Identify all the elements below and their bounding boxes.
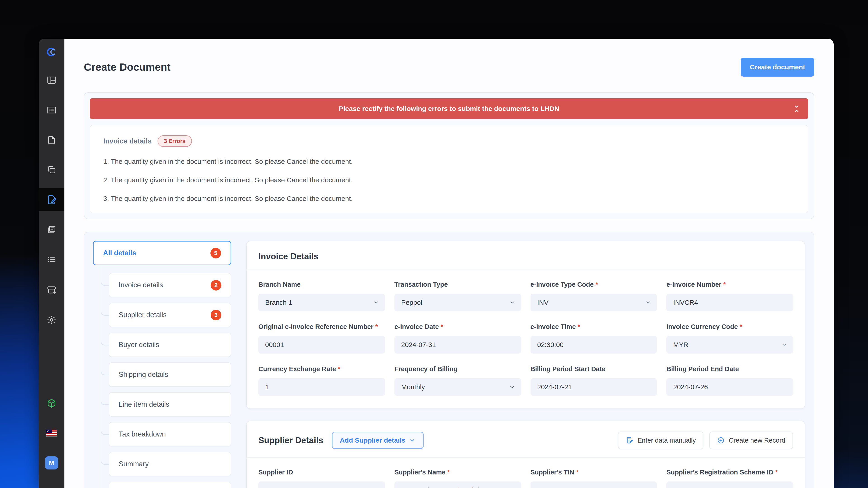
nav-item-supplier-details[interactable]: Supplier details3 bbox=[109, 303, 231, 327]
user-avatar[interactable]: M bbox=[39, 451, 64, 475]
error-item: 3. The quantity given in the document is… bbox=[103, 195, 795, 202]
field-currency-exchange-rate: Currency Exchange Rate* bbox=[258, 365, 385, 396]
brand-logo-icon[interactable] bbox=[39, 40, 64, 64]
field-einvoice-number: e-Invoice Number* bbox=[666, 281, 793, 311]
errors-card-header: Invoice details 3 Errors bbox=[103, 135, 795, 147]
nav-item-all-details[interactable]: All details 5 bbox=[93, 241, 231, 265]
malaysia-flag-icon[interactable] bbox=[39, 422, 64, 445]
errors-card: Invoice details 3 Errors 1. The quantity… bbox=[90, 125, 808, 213]
section-nav: All details 5 Invoice details2 Supplier … bbox=[93, 241, 231, 488]
create-document-icon[interactable] bbox=[39, 188, 64, 211]
supplier-details-header: Supplier Details Add Supplier details En… bbox=[258, 431, 793, 449]
chevron-down-icon bbox=[409, 437, 416, 444]
avatar-initial: M bbox=[45, 456, 58, 469]
chevron-down-icon bbox=[781, 341, 787, 348]
billing-period-start-date-input[interactable] bbox=[530, 378, 657, 396]
field-original-einvoice-reference: Original e-Invoice Reference Number* bbox=[258, 323, 385, 354]
document-list-icon[interactable] bbox=[39, 98, 64, 122]
create-new-record-button[interactable]: Create new Record bbox=[709, 431, 793, 449]
field-invoice-currency-code: Invoice Currency Code* MYR bbox=[666, 323, 793, 354]
frequency-of-billing-select[interactable]: Monthly bbox=[395, 378, 521, 396]
supplier-details-heading: Supplier Details bbox=[258, 435, 323, 445]
invoice-currency-code-select[interactable]: MYR bbox=[666, 336, 793, 354]
section-nav-children: Invoice details2 Supplier details3 Buyer… bbox=[101, 273, 231, 488]
einvoice-time-input[interactable] bbox=[530, 336, 657, 354]
nav-item-shipping-details[interactable]: Shipping details bbox=[109, 362, 231, 387]
form-sections-panel: All details 5 Invoice details2 Supplier … bbox=[84, 232, 814, 488]
field-frequency-of-billing: Frequency of Billing Monthly bbox=[395, 365, 521, 396]
branch-name-select[interactable]: Branch 1 bbox=[258, 294, 385, 311]
divider bbox=[247, 457, 805, 458]
original-einvoice-reference-input[interactable] bbox=[258, 336, 385, 354]
chevron-down-icon bbox=[645, 299, 651, 306]
billing-period-end-date-input[interactable] bbox=[666, 378, 793, 396]
error-count-badge: 3 bbox=[211, 310, 221, 320]
error-banner-message: Please rectify the following errors to s… bbox=[339, 105, 559, 112]
archive-add-icon[interactable] bbox=[39, 278, 64, 301]
chevron-down-icon bbox=[509, 384, 516, 390]
chevron-down-icon bbox=[373, 299, 379, 306]
field-supplier-id: Supplier ID bbox=[258, 468, 385, 488]
supplier-id-input[interactable] bbox=[258, 482, 385, 488]
add-supplier-details-button[interactable]: Add Supplier details bbox=[332, 432, 424, 449]
errors-group-title: Invoice details bbox=[103, 137, 152, 145]
error-banner: Please rectify the following errors to s… bbox=[90, 98, 808, 119]
cube-icon[interactable] bbox=[39, 392, 64, 415]
nav-item-payment-details[interactable]: Payment details bbox=[109, 482, 231, 488]
settings-gear-icon[interactable] bbox=[39, 308, 64, 331]
pages-icon[interactable] bbox=[39, 218, 64, 241]
sidebar: M bbox=[39, 39, 64, 488]
einvoice-date-input[interactable] bbox=[395, 336, 521, 354]
error-count-badge: 5 bbox=[211, 248, 221, 258]
field-einvoice-time: e-Invoice Time* bbox=[530, 323, 657, 354]
plus-circle-icon bbox=[717, 436, 725, 444]
field-supplier-registration-scheme-id: Supplier's Registration Scheme ID* BRN bbox=[666, 468, 793, 488]
error-count-badge: 2 bbox=[211, 280, 221, 291]
field-supplier-tin: Supplier's TIN* bbox=[530, 468, 657, 488]
transaction-type-select[interactable]: Peppol bbox=[395, 294, 521, 311]
field-branch-name: Branch Name Branch 1 bbox=[258, 281, 385, 311]
chevron-down-icon bbox=[509, 299, 516, 306]
field-transaction-type: Transaction Type Peppol bbox=[395, 281, 521, 311]
field-einvoice-date: e-Invoice Date* bbox=[395, 323, 521, 354]
supplier-tin-input[interactable] bbox=[530, 482, 657, 488]
errors-count-badge: 3 Errors bbox=[158, 135, 192, 147]
main-content: Create Document Create document Please r… bbox=[64, 39, 834, 488]
supplier-registration-scheme-select[interactable]: BRN bbox=[666, 482, 793, 488]
supplier-details-card: Supplier Details Add Supplier details En… bbox=[246, 421, 805, 488]
app-window: M Create Document Create document Please… bbox=[39, 39, 834, 488]
invoice-details-card: Invoice Details Branch Name Branch 1 Tra… bbox=[246, 241, 805, 409]
error-panel: Please rectify the following errors to s… bbox=[84, 92, 814, 219]
chevron-down-icon bbox=[781, 487, 787, 488]
collapse-banner-icon[interactable] bbox=[791, 103, 802, 115]
dashboard-icon[interactable] bbox=[39, 69, 64, 92]
topbar: Create Document Create document bbox=[84, 58, 814, 76]
nav-item-buyer-details[interactable]: Buyer details bbox=[109, 332, 231, 357]
field-einvoice-type-code: e-Invoice Type Code* INV bbox=[530, 281, 657, 311]
nav-item-tax-breakdown[interactable]: Tax breakdown bbox=[109, 422, 231, 447]
page-title: Create Document bbox=[84, 61, 170, 73]
enter-data-manually-button[interactable]: Enter data manually bbox=[618, 431, 704, 449]
einvoice-type-code-select[interactable]: INV bbox=[530, 294, 657, 311]
error-item: 2. The quantity given in the document is… bbox=[103, 176, 795, 184]
einvoice-number-input[interactable] bbox=[666, 294, 793, 311]
edit-document-icon bbox=[626, 436, 633, 444]
invoice-details-heading: Invoice Details bbox=[258, 252, 793, 261]
nav-item-invoice-details[interactable]: Invoice details2 bbox=[109, 273, 231, 297]
field-billing-period-end-date: Billing Period End Date bbox=[666, 365, 793, 396]
create-document-button[interactable]: Create document bbox=[741, 58, 814, 76]
document-icon[interactable] bbox=[39, 129, 64, 152]
nav-item-line-item-details[interactable]: Line item details bbox=[109, 392, 231, 417]
supplier-fields-grid: Supplier ID Supplier's Name* Supplier's … bbox=[258, 468, 793, 488]
divider bbox=[247, 269, 805, 270]
copy-documents-icon[interactable] bbox=[39, 158, 64, 182]
supplier-name-input[interactable] bbox=[395, 482, 521, 488]
invoice-fields-grid: Branch Name Branch 1 Transaction Type Pe… bbox=[258, 281, 793, 396]
field-supplier-name: Supplier's Name* bbox=[395, 468, 521, 488]
details-column: Invoice Details Branch Name Branch 1 Tra… bbox=[246, 241, 805, 488]
bullet-list-icon[interactable] bbox=[39, 248, 64, 271]
currency-exchange-rate-input[interactable] bbox=[258, 378, 385, 396]
nav-item-summary[interactable]: Summary bbox=[109, 452, 231, 476]
field-billing-period-start-date: Billing Period Start Date bbox=[530, 365, 657, 396]
error-item: 1. The quantity given in the document is… bbox=[103, 158, 795, 165]
